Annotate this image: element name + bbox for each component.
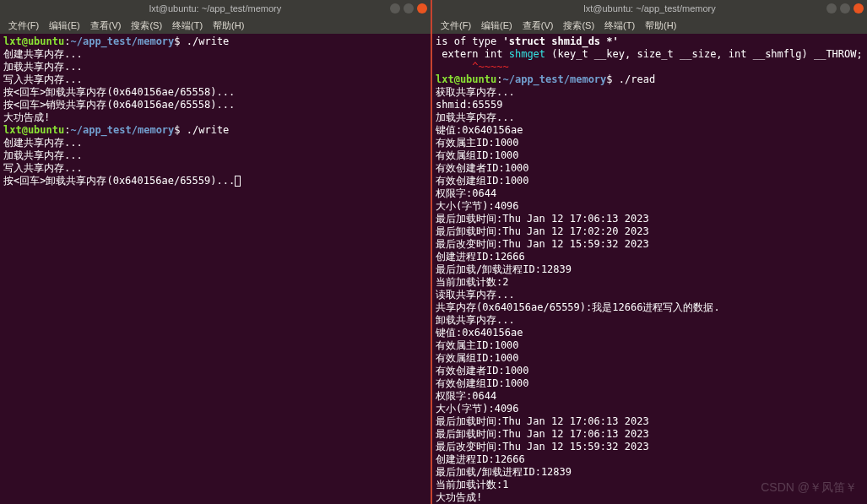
- maximize-button[interactable]: [404, 3, 414, 14]
- output-line: 写入共享内存...: [3, 162, 427, 175]
- output-line: 按<回车>卸载共享内存(0x640156ae/65559)...: [3, 175, 235, 187]
- output-line: 最后加载时间:Thu Jan 12 17:06:13 2023: [436, 415, 864, 428]
- output-line: (key_t __key, size_t __size, int __shmfl…: [545, 48, 863, 60]
- output-line: 最后加载/卸载进程ID:12839: [436, 263, 864, 276]
- output-line: 当前加载计数:1: [436, 479, 864, 491]
- output-line: 权限字:0644: [436, 390, 864, 403]
- output-line: extern int: [436, 48, 509, 60]
- output-line: 创建进程ID:12666: [436, 453, 864, 466]
- prompt-user: lxt@ubuntu: [3, 124, 64, 136]
- output-line: 获取共享内存...: [436, 86, 864, 99]
- menu-search[interactable]: 搜索(S): [127, 19, 165, 33]
- menu-file[interactable]: 文件(F): [437, 19, 474, 33]
- output-line: 有效创建组ID:1000: [436, 377, 864, 390]
- menu-search[interactable]: 搜索(S): [560, 19, 598, 33]
- prompt-user: lxt@ubuntu: [436, 73, 496, 85]
- output-line: 最后改变时间:Thu Jan 12 15:59:32 2023: [436, 441, 864, 453]
- output-line: 键值:0x640156ae: [436, 124, 864, 137]
- menu-help[interactable]: 帮助(H): [642, 19, 680, 33]
- output-line: 有效创建组ID:1000: [436, 175, 864, 187]
- terminal-content-left[interactable]: lxt@ubuntu:~/app_test/memory$ ./write创建共…: [0, 34, 431, 504]
- menu-terminal[interactable]: 终端(T): [601, 19, 638, 33]
- menubar-left: 文件(F) 编辑(E) 查看(V) 搜索(S) 终端(T) 帮助(H): [0, 17, 431, 34]
- minimize-button[interactable]: [390, 3, 400, 14]
- menu-edit[interactable]: 编辑(E): [478, 19, 516, 33]
- menu-view[interactable]: 查看(V): [519, 19, 557, 33]
- output-line: 创建进程ID:12666: [436, 251, 864, 263]
- output-line: 有效属组ID:1000: [436, 352, 864, 365]
- output-line: is of type: [436, 35, 502, 47]
- output-line: 有效属组ID:1000: [436, 149, 864, 162]
- close-button[interactable]: [417, 3, 427, 14]
- output-line: 有效创建者ID:1000: [436, 365, 864, 377]
- window-controls: [390, 3, 427, 14]
- output-line: 读取共享内存...: [436, 289, 864, 301]
- output-line: 键值:0x640156ae: [436, 327, 864, 339]
- prompt-user: lxt@ubuntu: [3, 35, 64, 47]
- menubar-right: 文件(F) 编辑(E) 查看(V) 搜索(S) 终端(T) 帮助(H): [432, 17, 867, 34]
- output-line: 最后加载时间:Thu Jan 12 17:06:13 2023: [436, 213, 864, 225]
- output-line: 创建共享内存...: [3, 137, 427, 149]
- window-controls: [826, 3, 864, 14]
- output-line: 大小(字节):4096: [436, 403, 864, 415]
- output-line: 按<回车>销毁共享内存(0x640156ae/65558)...: [3, 99, 427, 111]
- output-line: 创建共享内存...: [3, 48, 427, 61]
- output-line: 最后卸载时间:Thu Jan 12 17:06:13 2023: [436, 428, 864, 441]
- output-line: 有效属主ID:1000: [436, 137, 864, 149]
- window-title: lxt@ubuntu: ~/app_test/memory: [149, 3, 281, 14]
- output-line: ^~~~~~: [436, 61, 864, 73]
- output-line: 大小(字节):4096: [436, 200, 864, 213]
- output-line: 有效创建者ID:1000: [436, 162, 864, 175]
- minimize-button[interactable]: [826, 3, 837, 14]
- terminal-content-right[interactable]: is of type 'struct shmid_ds *' extern in…: [432, 34, 867, 504]
- titlebar-left: lxt@ubuntu: ~/app_test/memory: [0, 0, 431, 17]
- command-text: ./write: [181, 124, 230, 136]
- menu-help[interactable]: 帮助(H): [209, 19, 247, 33]
- command-text: ./read: [613, 73, 656, 85]
- terminal-left: lxt@ubuntu: ~/app_test/memory 文件(F) 编辑(E…: [0, 0, 432, 504]
- output-line: 最后加载/卸载进程ID:12839: [436, 466, 864, 479]
- output-line: 权限字:0644: [436, 187, 864, 200]
- output-line: 加载共享内存...: [3, 149, 427, 162]
- output-line: 写入共享内存...: [3, 73, 427, 86]
- output-line: 当前加载计数:2: [436, 276, 864, 289]
- output-line: 按<回车>卸载共享内存(0x640156ae/65558)...: [3, 86, 427, 99]
- output-line: 大功告成!: [436, 491, 864, 504]
- window-title: lxt@ubuntu: ~/app_test/memory: [583, 3, 715, 14]
- output-line: shmid:65559: [436, 99, 864, 111]
- output-line: 加载共享内存...: [436, 111, 864, 124]
- prompt-path: ~/app_test/memory: [70, 35, 174, 47]
- output-line: 共享内存(0x640156ae/65559):我是12666进程写入的数据.: [436, 301, 864, 314]
- menu-edit[interactable]: 编辑(E): [46, 19, 84, 33]
- cursor-icon: [235, 176, 241, 187]
- menu-file[interactable]: 文件(F): [5, 19, 42, 33]
- prompt-path: ~/app_test/memory: [70, 124, 174, 136]
- command-text: ./write: [181, 35, 230, 47]
- output-line: 有效属主ID:1000: [436, 339, 864, 352]
- output-line: 加载共享内存...: [3, 61, 427, 73]
- output-line: 卸载共享内存...: [436, 314, 864, 327]
- maximize-button[interactable]: [840, 3, 850, 14]
- output-line: 大功告成!: [3, 111, 427, 124]
- titlebar-right: lxt@ubuntu: ~/app_test/memory: [432, 0, 867, 17]
- terminal-right: lxt@ubuntu: ~/app_test/memory 文件(F) 编辑(E…: [432, 0, 867, 504]
- menu-terminal[interactable]: 终端(T): [169, 19, 206, 33]
- prompt-path: ~/app_test/memory: [502, 73, 606, 85]
- output-line: 最后改变时间:Thu Jan 12 15:59:32 2023: [436, 238, 864, 251]
- output-line: 'struct shmid_ds *': [502, 35, 618, 47]
- menu-view[interactable]: 查看(V): [87, 19, 125, 33]
- keyword: shmget: [509, 48, 545, 60]
- close-button[interactable]: [853, 3, 864, 14]
- output-line: 最后卸载时间:Thu Jan 12 17:02:20 2023: [436, 225, 864, 238]
